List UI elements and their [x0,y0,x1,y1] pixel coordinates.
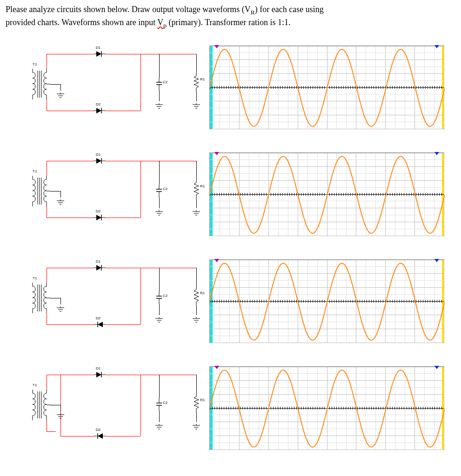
label-t1: T1 [33,276,37,280]
label-t1: T1 [33,383,37,387]
waveform-line [210,367,445,450]
label-c2: C2 [163,187,167,191]
resistor-icon [194,287,199,308]
diode-d2-icon [94,214,105,221]
label-c2: C2 [163,80,167,84]
resistor-icon [194,73,199,94]
diode-d1-icon [94,371,105,378]
circuit-row: T1 D1 D2 C2 R1 [6,255,455,348]
svg-marker-109 [98,433,103,439]
ground-icon [192,422,200,432]
ground-icon [155,208,163,218]
label-d2: D2 [96,428,100,432]
oscilloscope-chart [209,259,444,343]
spellcheck-squiggle: Vp [157,18,167,27]
svg-marker-73 [96,265,101,271]
label-d1: D1 [96,152,100,157]
circuit-diagram: T1 D1 D2 C2 R1 [6,255,206,348]
svg-marker-13 [96,108,101,113]
label-d1: D1 [96,46,100,50]
diode-d2-icon [94,433,105,439]
circuit-diagram: T1 D1 D2 C2 R1 [6,362,206,455]
ground-icon [192,208,200,218]
ground-icon [192,101,200,111]
text-part: Please analyze circuits shown below. Dra… [6,5,251,14]
vr-subscript: R [251,9,255,16]
ground-icon [192,315,200,325]
label-r1: R1 [200,398,205,402]
diode-d1-icon [94,158,105,164]
circuit-row: T1 D1 D2 C2 R1 [6,148,455,241]
svg-marker-45 [96,215,101,220]
waveform-line [210,153,445,237]
resistor-icon [194,180,199,201]
label-r1: R1 [200,291,205,295]
diode-d2-icon [94,107,105,114]
label-d2: D2 [96,209,100,213]
svg-marker-9 [96,51,101,57]
oscilloscope-chart [209,366,444,450]
text-part: (primary). Transformer ration is 1:1. [167,18,290,27]
resistor-icon [194,394,199,415]
ground-icon [56,304,65,314]
rows-container: T1 D1 D2 C2 R1 [6,41,455,455]
label-t1: T1 [33,62,37,66]
ground-icon [56,411,65,421]
text-part: ) for each case using [255,5,324,14]
diode-d1-icon [94,51,105,57]
label-r1: R1 [200,77,205,81]
text-part: provided charts. Waveforms shown are inp… [6,18,157,27]
label-c2: C2 [163,401,167,405]
oscilloscope-chart [209,152,444,236]
ground-icon [155,422,163,432]
svg-marker-41 [96,158,101,164]
svg-marker-105 [96,372,101,377]
label-d1: D1 [96,366,100,370]
circuit-diagram: T1 D1 D2 C2 R1 [6,148,206,241]
label-t1: T1 [33,169,37,173]
ground-icon [155,315,163,325]
ground-icon [155,101,163,111]
ground-icon [56,91,65,100]
label-d2: D2 [96,102,100,106]
label-r1: R1 [200,184,205,188]
label-d2: D2 [96,316,100,320]
transformer-icon [29,69,50,102]
transformer-icon [29,283,50,316]
transformer-icon [29,390,50,423]
oscilloscope-chart [209,46,444,129]
label-d1: D1 [96,259,100,264]
label-c2: C2 [163,294,167,298]
transformer-icon [29,176,50,209]
circuit-row: T1 D1 D2 C2 R1 [6,41,455,134]
circuit-row: T1 D1 D2 C2 R1 [6,362,455,455]
problem-statement: Please analyze circuits shown below. Dra… [6,4,455,30]
waveform-line [210,260,445,344]
circuit-diagram: T1 D1 D2 C2 R1 [6,41,206,134]
diode-d1-icon [94,264,105,271]
svg-marker-77 [98,322,103,327]
diode-d2-icon [94,321,105,328]
waveform-line [210,46,445,130]
ground-icon [56,198,65,207]
